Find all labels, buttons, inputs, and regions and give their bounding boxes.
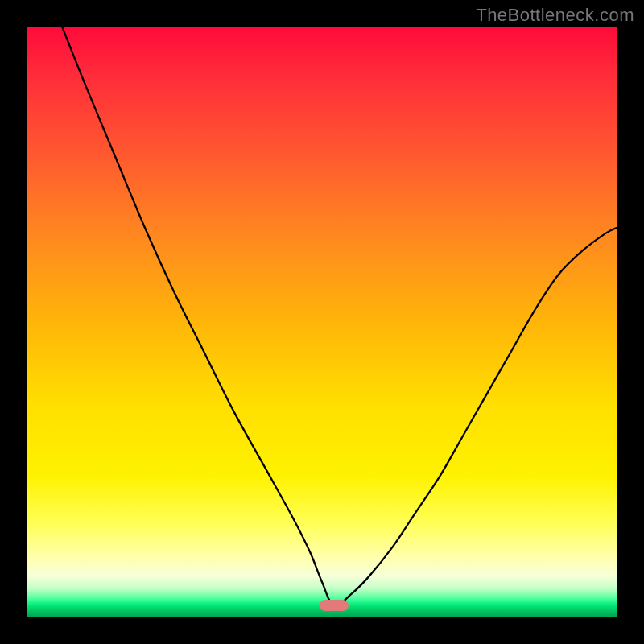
chart-frame: TheBottleneck.com	[0, 0, 644, 644]
bottleneck-curve	[27, 27, 617, 617]
minimum-marker	[320, 600, 349, 611]
plot-area	[27, 27, 617, 617]
curve-path	[62, 27, 617, 606]
watermark-text: TheBottleneck.com	[476, 5, 634, 26]
